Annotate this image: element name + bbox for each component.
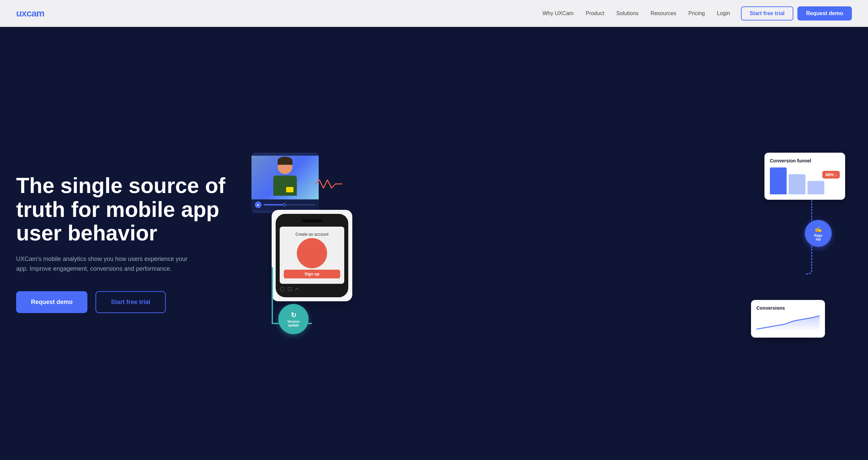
conversions-card: Conversions: [751, 300, 825, 338]
progress-dot: [283, 203, 286, 207]
funnel-card-title: Conversion funnel: [770, 158, 840, 163]
rage-tap-bubble: ✍ Rage tap: [805, 220, 832, 247]
version-label: Version update: [287, 320, 300, 327]
funnel-bar-3: [807, 181, 824, 194]
person-body: [273, 176, 297, 196]
phone-icon-2: [287, 286, 292, 292]
hero-subtitle: UXCam's mobile analytics show you how us…: [16, 254, 198, 274]
nav-request-demo-button[interactable]: Request demo: [797, 6, 852, 21]
phone-frame: Create an account Sign up: [276, 214, 348, 297]
hero-request-demo-button[interactable]: Request demo: [16, 291, 87, 313]
phone-controls: [280, 286, 344, 292]
version-update-bubble: ↻ Version update: [278, 304, 309, 334]
funnel-bar-2: [789, 174, 805, 194]
hero-section: The single source of truth for mobile ap…: [0, 27, 868, 460]
progress-fill: [264, 204, 284, 206]
nav-solutions[interactable]: Solutions: [616, 10, 639, 16]
phone-screen: Create an account Sign up: [280, 227, 344, 284]
person-hair: [278, 157, 292, 165]
hero-start-trial-button[interactable]: Start free trial: [95, 291, 166, 313]
nav-links: Why UXCam Product Solutions Resources Pr…: [542, 10, 730, 17]
hero-content: The single source of truth for mobile ap…: [16, 174, 238, 313]
nav-login[interactable]: Login: [717, 10, 730, 16]
hero-title: The single source of truth for mobile ap…: [16, 174, 238, 245]
hero-illustration: ▶ Conversion funnel 48% ↓: [238, 143, 852, 344]
rage-tap-icon: ✍: [814, 226, 822, 233]
phone-icon-1: [280, 286, 285, 292]
session-controls: ▶: [251, 200, 319, 210]
green-connector-vertical: [272, 267, 273, 324]
logo[interactable]: uxcam: [16, 8, 44, 19]
nav-start-free-trial-button[interactable]: Start free trial: [741, 6, 794, 21]
session-recording-card: ▶: [251, 153, 319, 213]
version-icon: ↻: [291, 311, 297, 319]
nav-resources[interactable]: Resources: [651, 10, 676, 16]
phone-mockup-card: Create an account Sign up: [272, 210, 352, 301]
squiggle-line: [315, 179, 342, 190]
nav-why-uxcam[interactable]: Why UXCam: [542, 10, 574, 16]
phone-notch: [302, 219, 322, 223]
nav-pricing[interactable]: Pricing: [688, 10, 705, 16]
phone-signup-button[interactable]: Sign up: [284, 270, 340, 278]
funnel-bar-1: [770, 167, 787, 194]
conversion-funnel-card: Conversion funnel 48% ↓: [765, 153, 845, 200]
logo-text2: cam: [27, 8, 44, 19]
progress-bar[interactable]: [264, 204, 315, 206]
play-button-small[interactable]: ▶: [255, 202, 261, 208]
phone-circle: [297, 238, 327, 268]
rage-tap-label: Rage tap: [814, 234, 822, 241]
svg-rect-1: [288, 287, 291, 291]
logo-text: u: [16, 8, 22, 19]
logo-x: x: [22, 8, 27, 19]
session-photo: [251, 156, 319, 200]
funnel-chart: 48% ↓: [770, 167, 840, 194]
phone-screen-label: Create an account: [296, 232, 329, 237]
phone-icon-3: [294, 286, 300, 292]
funnel-badge: 48% ↓: [822, 171, 840, 179]
conversions-card-title: Conversions: [756, 305, 819, 311]
hero-buttons: Request demo Start free trial: [16, 291, 238, 313]
conversions-line-chart: [756, 314, 819, 331]
svg-point-0: [280, 287, 284, 291]
nav-product[interactable]: Product: [586, 10, 604, 16]
held-phone: [286, 187, 293, 192]
navbar: uxcam Why UXCam Product Solutions Resour…: [0, 0, 868, 27]
